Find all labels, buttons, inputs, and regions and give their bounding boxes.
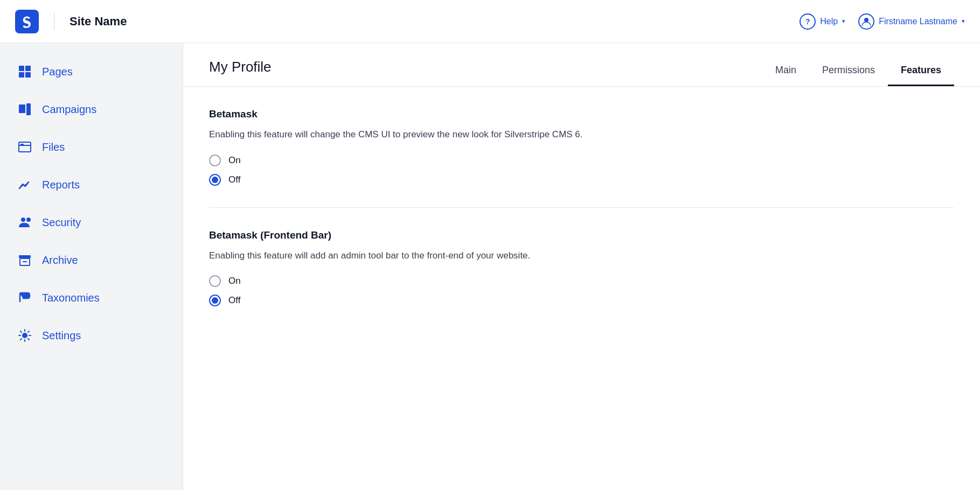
- header: Site Name ? Help ▾ Firstname Lastname ▾: [0, 0, 980, 43]
- help-button[interactable]: ? Help ▾: [800, 13, 845, 30]
- features-content: Betamask Enabling this feature will chan…: [183, 87, 980, 371]
- svg-rect-7: [26, 103, 31, 115]
- sidebar-item-security-label: Security: [42, 216, 81, 229]
- profile-tabs: Main Permissions Features: [762, 58, 954, 86]
- betamask-on-radio[interactable]: [209, 155, 221, 166]
- svg-rect-9: [20, 144, 24, 145]
- betamask-frontend-off-radio[interactable]: [209, 295, 221, 306]
- archive-icon: [17, 253, 32, 267]
- feature-betamask: Betamask Enabling this feature will chan…: [209, 108, 954, 208]
- tab-permissions[interactable]: Permissions: [809, 58, 888, 86]
- header-divider: [54, 13, 54, 30]
- svg-point-10: [21, 218, 25, 222]
- help-icon: ?: [800, 13, 816, 30]
- sidebar-item-campaigns-label: Campaigns: [42, 103, 96, 116]
- campaigns-icon: [17, 102, 32, 116]
- user-label: Firstname Lastname: [879, 17, 957, 26]
- feature-betamask-frontend: Betamask (Frontend Bar) Enabling this fe…: [209, 229, 954, 328]
- betamask-frontend-on-option[interactable]: On: [209, 275, 954, 287]
- betamask-off-label: Off: [228, 174, 240, 185]
- betamask-frontend-off-option[interactable]: Off: [209, 295, 954, 306]
- sidebar-item-pages[interactable]: Pages: [0, 53, 183, 90]
- user-chevron-icon: ▾: [962, 18, 965, 25]
- sidebar-item-pages-label: Pages: [42, 66, 73, 78]
- betamask-frontend-radio-group: On Off: [209, 275, 954, 306]
- help-label: Help: [820, 17, 838, 26]
- sidebar-item-settings-label: Settings: [42, 330, 81, 342]
- betamask-off-option[interactable]: Off: [209, 174, 954, 186]
- svg-rect-6: [19, 104, 25, 113]
- betamask-on-label: On: [228, 155, 241, 166]
- svg-point-1: [864, 18, 868, 22]
- svg-rect-2: [19, 66, 24, 71]
- tab-main[interactable]: Main: [762, 58, 809, 86]
- betamask-frontend-on-radio[interactable]: [209, 275, 221, 287]
- reports-icon: [17, 178, 32, 192]
- betamask-frontend-on-label: On: [228, 276, 241, 286]
- user-menu-button[interactable]: Firstname Lastname ▾: [858, 13, 965, 30]
- files-icon: [17, 140, 32, 154]
- svg-point-11: [26, 218, 31, 222]
- main-content: My Profile Main Permissions Features Bet…: [183, 43, 980, 490]
- betamask-frontend-title: Betamask (Frontend Bar): [209, 229, 954, 241]
- betamask-off-radio[interactable]: [209, 174, 221, 186]
- svg-rect-3: [25, 66, 31, 71]
- sidebar-item-taxonomies[interactable]: Taxonomies: [0, 279, 183, 317]
- sidebar-item-reports-label: Reports: [42, 179, 80, 191]
- taxonomies-icon: [17, 291, 32, 305]
- tab-features[interactable]: Features: [888, 58, 954, 86]
- sidebar-item-reports[interactable]: Reports: [0, 166, 183, 204]
- sidebar-item-campaigns[interactable]: Campaigns: [0, 90, 183, 128]
- svg-point-14: [23, 333, 27, 338]
- sidebar-item-files-label: Files: [42, 141, 65, 153]
- header-right: ? Help ▾ Firstname Lastname ▾: [800, 13, 965, 30]
- sidebar-item-security[interactable]: Security: [0, 204, 183, 241]
- betamask-on-option[interactable]: On: [209, 155, 954, 166]
- help-chevron-icon: ▾: [842, 18, 845, 25]
- betamask-description: Enabling this feature will change the CM…: [209, 128, 954, 142]
- sidebar-item-archive-label: Archive: [42, 254, 78, 267]
- logo-area: Site Name: [15, 10, 127, 33]
- settings-icon: [17, 328, 32, 342]
- site-logo: [15, 10, 39, 33]
- betamask-frontend-off-label: Off: [228, 295, 240, 306]
- sidebar: Pages Campaigns Files Reports: [0, 43, 183, 490]
- sidebar-item-archive[interactable]: Archive: [0, 241, 183, 279]
- betamask-radio-group: On Off: [209, 155, 954, 186]
- site-name: Site Name: [69, 15, 127, 29]
- sidebar-item-settings[interactable]: Settings: [0, 317, 183, 354]
- svg-rect-8: [19, 142, 31, 152]
- layout: Pages Campaigns Files Reports: [0, 43, 980, 490]
- betamask-frontend-description: Enabling this feature will add an admin …: [209, 249, 954, 263]
- user-avatar-icon: [858, 13, 874, 30]
- profile-header: My Profile Main Permissions Features: [183, 43, 980, 87]
- sidebar-item-files[interactable]: Files: [0, 128, 183, 166]
- betamask-title: Betamask: [209, 108, 954, 120]
- svg-rect-5: [25, 72, 31, 78]
- security-icon: [17, 215, 32, 229]
- page-title: My Profile: [209, 59, 272, 86]
- svg-rect-12: [19, 255, 31, 258]
- svg-rect-4: [19, 72, 24, 78]
- pages-icon: [17, 65, 32, 79]
- sidebar-item-taxonomies-label: Taxonomies: [42, 292, 100, 304]
